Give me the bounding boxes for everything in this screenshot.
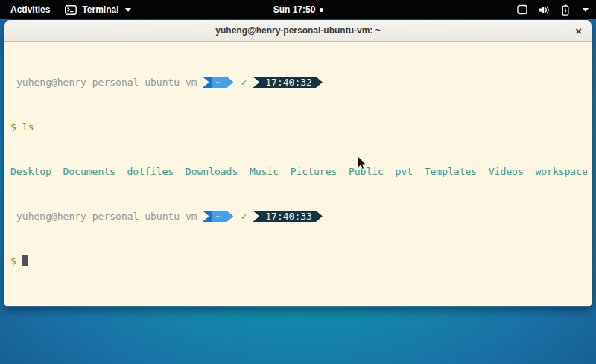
- terminal-window: yuheng@henry-personal-ubuntu-vm: ~ × yuh…: [4, 20, 592, 307]
- prompt-time-segment: 17:40:32: [253, 77, 323, 88]
- screen-icon: [517, 4, 527, 15]
- command-line: $ls: [10, 121, 592, 132]
- prompt-cwd-segment: ~: [203, 77, 234, 88]
- app-menu-terminal[interactable]: Terminal: [65, 4, 131, 15]
- desktop: Activities Terminal Sun 17:50: [0, 0, 596, 364]
- window-title: yuheng@henry-personal-ubuntu-vm: ~: [215, 25, 380, 36]
- clock-label: Sun 17:50: [273, 4, 316, 15]
- volume-icon: [539, 5, 550, 15]
- notification-dot: [319, 8, 323, 12]
- prompt-user: yuheng@henry-personal-ubuntu-vm: [16, 77, 197, 88]
- top-bar: Activities Terminal Sun 17:50: [0, 0, 596, 19]
- battery-charging-icon: [561, 4, 570, 16]
- terminal-cursor: [22, 255, 28, 266]
- close-icon[interactable]: ×: [575, 25, 582, 36]
- prompt-status-check: ✓: [241, 211, 247, 222]
- terminal-content[interactable]: yuheng@henry-personal-ubuntu-vm ~ ✓ 17:4…: [4, 42, 592, 306]
- prompt-symbol: $: [10, 255, 16, 266]
- clock-button[interactable]: Sun 17:50: [273, 0, 323, 19]
- chevron-down-icon: [125, 8, 131, 12]
- prompt-time-segment: 17:40:33: [253, 211, 323, 222]
- prompt-symbol: $: [10, 121, 16, 132]
- prompt-line: yuheng@henry-personal-ubuntu-vm ~ ✓ 17:4…: [10, 211, 592, 222]
- mouse-cursor-icon: [357, 156, 368, 175]
- activities-button[interactable]: Activities: [7, 3, 53, 16]
- terminal-icon: [65, 5, 77, 15]
- ls-output: Desktop Documents dotfiles Downloads Mus…: [10, 166, 592, 177]
- prompt-status-check: ✓: [241, 77, 247, 88]
- prompt-user: yuheng@henry-personal-ubuntu-vm: [16, 211, 197, 222]
- prompt-cwd-segment: ~: [203, 211, 234, 222]
- system-status-menu[interactable]: [517, 0, 589, 19]
- prompt-line: yuheng@henry-personal-ubuntu-vm ~ ✓ 17:4…: [10, 77, 592, 88]
- command-text: ls: [22, 121, 34, 132]
- app-menu-label: Terminal: [82, 4, 118, 15]
- window-titlebar[interactable]: yuheng@henry-personal-ubuntu-vm: ~ ×: [4, 20, 592, 42]
- input-line: $: [10, 255, 592, 266]
- chevron-down-icon: [583, 8, 589, 12]
